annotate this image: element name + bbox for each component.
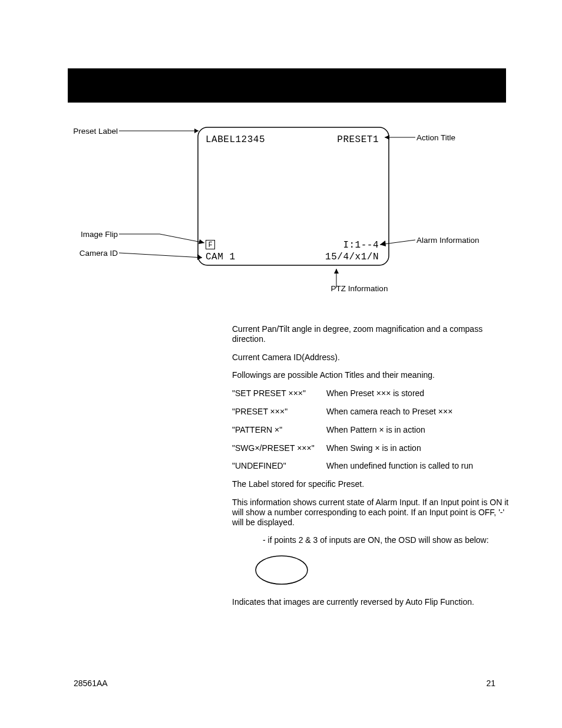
osd-action-title-text: PRESET1: [337, 134, 379, 145]
table-row: "SWG×/PRESET ×××" When Swing × is in act…: [232, 443, 509, 453]
table-row: "PRESET ×××" When camera reach to Preset…: [232, 407, 509, 417]
action-title-cell: "SWG×/PRESET ×××": [232, 443, 326, 453]
action-desc-cell: When camera reach to Preset ×××: [326, 407, 509, 417]
para-ptz-desc: Current Pan/Tilt angle in degree, zoom m…: [232, 324, 509, 344]
table-row: "UNDEFINED" When undefined function is c…: [232, 461, 509, 471]
section-header-bar: [68, 68, 506, 103]
osd-diagram: Preset Label Image Flip Camera ID Action…: [68, 118, 506, 307]
osd-camera-id-text: CAM 1: [206, 252, 236, 262]
svg-point-14: [256, 556, 308, 584]
action-title-cell: "SET PRESET ×××": [232, 388, 326, 398]
osd-ptz-text: 15/4/x1/N: [325, 252, 379, 262]
body-text: Current Pan/Tilt angle in degree, zoom m…: [232, 324, 509, 615]
ellipse-illustration: [252, 554, 509, 589]
footer-page-number: 21: [486, 678, 495, 688]
svg-line-5: [119, 253, 202, 258]
action-title-table: "SET PRESET ×××" When Preset ××× is stor…: [232, 388, 509, 471]
action-desc-cell: When Preset ××× is stored: [326, 388, 509, 398]
svg-marker-12: [334, 269, 339, 274]
footer-doc-id: 28561AA: [74, 678, 108, 688]
para-alarm-desc: This information shows current state of …: [232, 498, 509, 527]
action-title-cell: "PATTERN ×": [232, 425, 326, 435]
action-desc-cell: When undefined function is called to run: [326, 461, 509, 471]
para-alarm-example: - if points 2 & 3 of inputs are ON, the …: [263, 535, 509, 545]
action-title-cell: "PRESET ×××": [232, 407, 326, 417]
para-preset-label-desc: The Label stored for specific Preset.: [232, 479, 509, 489]
action-desc-cell: When Pattern × is in action: [326, 425, 509, 435]
action-desc-cell: When Swing × is in action: [326, 443, 509, 453]
para-action-titles-intro: Followings are possible Action Titles an…: [232, 370, 509, 380]
action-title-cell: "UNDEFINED": [232, 461, 326, 471]
table-row: "SET PRESET ×××" When Preset ××× is stor…: [232, 388, 509, 398]
table-row: "PATTERN ×" When Pattern × is in action: [232, 425, 509, 435]
para-camera-id-desc: Current Camera ID(Address).: [232, 353, 509, 363]
osd-alarm-text: I:1--4: [343, 240, 379, 251]
para-image-flip-desc: Indicates that images are currently reve…: [232, 597, 509, 607]
osd-screen: LABEL12345 PRESET1 F I:1--4 CAM 1 15/4/x…: [197, 127, 389, 266]
osd-flip-indicator: F: [206, 240, 215, 249]
osd-preset-label-text: LABEL12345: [206, 134, 265, 145]
